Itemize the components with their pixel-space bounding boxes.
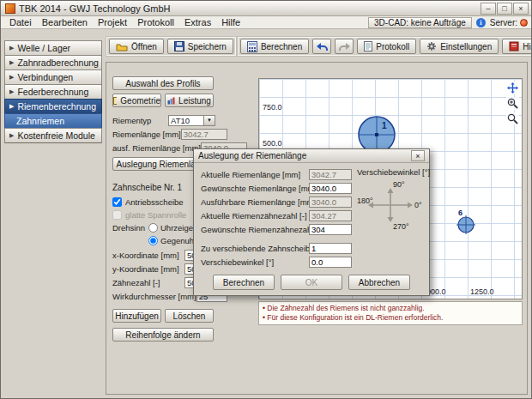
current-belt-teeth-label: Aktuelle Riemenzähnezahl [-] <box>201 211 309 221</box>
sidebar-item-label: Federberechnung <box>17 87 88 97</box>
warning-message: • Die Zähnezahl des Riemens ist nicht ga… <box>263 304 518 313</box>
dialog-titlebar: Auslegung der Riemenlänge × <box>194 149 429 163</box>
cad-status-button[interactable]: 3D-CAD: keine Aufträge <box>368 17 472 28</box>
shift-angle-compass: Verschiebewinkel [°] 90° 180° 0° 270° <box>352 167 430 269</box>
pulley-to-move-field[interactable] <box>309 243 352 254</box>
sidebar-item-kostenfreie-module[interactable]: ▶ Kostenfreie Module <box>4 128 102 143</box>
geometry-icon <box>113 97 117 105</box>
sidebar-item-zahnradberechnung[interactable]: ▶ Zahnradberechnung <box>4 55 102 70</box>
current-belt-length-label: Aktuelle Riemenlänge [mm] <box>201 170 309 179</box>
pitch-diameter-label: Wirkdurchmesser [mm] <box>112 292 196 301</box>
close-icon[interactable]: × <box>513 3 529 15</box>
sidebar-item-zahnriemen[interactable]: Zahnriemen <box>4 113 102 129</box>
server-label: Server: <box>490 18 517 27</box>
sidebar-item-welle-lager[interactable]: ▶ Welle / Lager <box>4 40 102 56</box>
help-button[interactable]: Hilfe <box>502 39 532 54</box>
zoom-in-icon[interactable] <box>506 97 519 110</box>
window-title: TBK 2014 - GWJ Technology GmbH <box>19 3 480 14</box>
chevron-right-icon: ▶ <box>9 103 14 110</box>
pulley-6-label: 6 <box>458 209 462 217</box>
menu-protokoll[interactable]: Protokoll <box>132 17 179 27</box>
desired-belt-teeth-field[interactable] <box>309 224 352 235</box>
sidebar-item-verbindungen[interactable]: ▶ Verbindungen <box>4 70 102 85</box>
menu-bearbeiten[interactable]: Bearbeiten <box>37 17 93 27</box>
menu-projekt[interactable]: Projekt <box>93 17 132 27</box>
server-status: Server: <box>490 18 528 27</box>
compass-90-label: 90° <box>393 180 405 189</box>
feasible-belt-length-label: Ausführbare Riemenlänge [mm] <box>201 197 309 207</box>
toolbar: Öffnen Speichern Berechnen <box>106 36 528 57</box>
minimize-icon[interactable]: – <box>481 3 496 15</box>
x-axis-tick: 1250.0 <box>470 287 494 296</box>
folder-icon <box>116 42 128 51</box>
settings-button-label: Einstellungen <box>440 42 492 51</box>
sidebar-item-label: Kostenfreie Module <box>17 130 94 141</box>
pulley-6[interactable]: 6 <box>453 208 479 235</box>
save-button-label: Speichern <box>188 42 227 51</box>
sidebar-item-riemenberechnung[interactable]: ▶ Riemenberechnung <box>4 99 102 114</box>
pan-icon[interactable] <box>506 82 519 94</box>
desired-belt-length-field[interactable] <box>309 183 352 194</box>
info-icon[interactable]: i <box>476 18 486 27</box>
toolbar-file-group: Öffnen Speichern <box>106 36 237 57</box>
maximize-icon[interactable]: □ <box>497 3 512 15</box>
chevron-right-icon: ▶ <box>9 88 14 95</box>
calculate-button[interactable]: Berechnen <box>240 39 309 54</box>
reorder-button[interactable]: Reihenfolge ändern <box>112 328 214 342</box>
profile-select-button[interactable]: Auswahl des Profils <box>112 76 214 90</box>
geometry-tab-label: Geometrie <box>120 96 160 106</box>
sidebar-item-federberechnung[interactable]: ▶ Federberechnung <box>4 84 102 100</box>
counterclockwise-radio[interactable] <box>148 236 158 245</box>
current-belt-teeth-field <box>309 210 352 221</box>
power-tab-label: Leistung <box>178 96 211 106</box>
sidebar-item-label: Welle / Lager <box>17 43 70 53</box>
settings-button[interactable]: Einstellungen <box>420 39 499 54</box>
desired-belt-teeth-label: Gewünschte Riemenzähnezahl [-] <box>201 225 309 234</box>
undo-arrow-icon <box>316 42 329 51</box>
delete-pulley-button[interactable]: Löschen <box>165 309 214 323</box>
power-tab-button[interactable]: Leistung <box>165 94 214 107</box>
undo-button[interactable] <box>312 39 331 54</box>
redo-arrow-icon <box>338 42 351 51</box>
drive-pulley-checkbox[interactable] <box>112 197 122 207</box>
chevron-right-icon: ▶ <box>9 45 14 51</box>
compass-270-label: 270° <box>393 222 409 231</box>
add-pulley-button[interactable]: Hinzufügen <box>112 309 161 323</box>
pulley-1-label: 1 <box>382 121 387 130</box>
menu-extras[interactable]: Extras <box>179 17 216 27</box>
dropdown-arrow-icon[interactable]: ▼ <box>204 115 215 126</box>
server-status-dot-icon <box>520 19 528 27</box>
belt-type-dropdown[interactable]: AT10 ▼ <box>168 115 215 126</box>
message-panel: • Die Zähnezahl des Riemens ist nicht ga… <box>258 301 523 325</box>
dialog-close-icon[interactable]: × <box>411 150 425 161</box>
help-button-label: Hilfe <box>523 42 532 51</box>
clockwise-radio[interactable] <box>148 223 158 233</box>
belt-type-label: Riementyp <box>112 116 151 125</box>
shift-angle-field[interactable] <box>309 257 352 268</box>
power-chart-icon <box>167 97 175 105</box>
menu-datei[interactable]: Datei <box>4 17 37 27</box>
document-icon <box>364 41 372 51</box>
dialog-ok-button: OK <box>281 275 342 290</box>
geometry-tab-button[interactable]: Geometrie <box>112 94 161 107</box>
protocol-button-label: Protokoll <box>376 42 409 51</box>
dialog-buttons: Berechnen OK Abbrechen <box>201 275 422 290</box>
app-icon <box>5 3 15 14</box>
open-button[interactable]: Öffnen <box>109 39 164 54</box>
gear-icon <box>426 41 437 51</box>
belt-length-field <box>181 129 227 140</box>
save-button[interactable]: Speichern <box>167 39 233 54</box>
belt-type-value: AT10 <box>168 115 204 126</box>
protocol-button[interactable]: Protokoll <box>357 39 416 54</box>
rotation-direction-label: Drehsinn <box>112 221 145 233</box>
zoom-window-icon[interactable] <box>506 112 519 125</box>
chevron-right-icon: ▶ <box>9 59 14 66</box>
menu-hilfe[interactable]: Hilfe <box>216 17 245 27</box>
dialog-cancel-button[interactable]: Abbrechen <box>348 275 410 290</box>
warning-message: • Für diese Konfiguration ist ein DL-Rie… <box>263 313 518 323</box>
sidebar-item-label: Verbindungen <box>17 72 73 82</box>
dialog-calculate-button[interactable]: Berechnen <box>213 275 275 290</box>
pulley-to-move-label: Zu verschiebende Zahnscheibe <box>201 244 309 253</box>
y-coordinate-label: y-Koordinate [mm] <box>112 264 179 274</box>
redo-button <box>335 39 354 54</box>
